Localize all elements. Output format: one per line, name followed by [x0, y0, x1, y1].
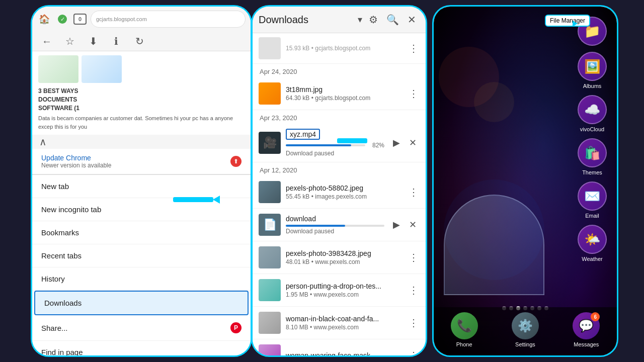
menu-item-history[interactable]: History [32, 267, 251, 291]
dl-info-3t18mm: 3t18mm.jpg 64.30 kB • gcjarts.blogspot.c… [286, 85, 403, 102]
dl-more-pexels58802[interactable]: ⋮ [408, 186, 420, 198]
browser-chrome: 🏠 ✓ 0 gcjarts.blogspot.com ← ☆ ⬇ ℹ ↻ [32, 7, 251, 51]
dl-more-3t18mm[interactable]: ⋮ [408, 87, 420, 100]
webpage-content: 3 BEST WAYS DOCUMENTS SOFTWARE (1 Data i… [32, 51, 251, 135]
dl-meta-person-drop: 1.95 MB • www.pexels.com [286, 291, 403, 298]
dl-progress-row-download [286, 225, 384, 227]
xyz-name-highlighted: xyz.mp4 [286, 129, 320, 140]
downloads-settings-icon[interactable]: ⚙ [365, 12, 381, 28]
launcher-icon-email[interactable]: ✉️ Email [578, 182, 607, 219]
update-badge: ⬆ [230, 156, 242, 167]
launcher-icon-vivocloud[interactable]: ☁️ vivoCloud [578, 95, 607, 132]
downloads-arrow-annotation [173, 196, 220, 204]
download-item-pexels3983428: pexels-photo-3983428.jpeg 48.01 kB • www… [253, 241, 426, 274]
dock-item-messages[interactable]: 💬 6 Messages [573, 312, 600, 347]
top-partial-meta: 15.93 kB • gcjarts.blogspot.com [286, 45, 403, 52]
themes-label: Themes [582, 169, 602, 175]
dock-item-settings[interactable]: ⚙️ Settings [512, 312, 539, 347]
weather-label: Weather [582, 256, 602, 262]
dl-play-btn-xyz[interactable]: ▶ [389, 136, 404, 150]
launcher-icon-albums[interactable]: 🖼️ Albums [578, 52, 607, 89]
collapse-icon[interactable]: ∧ [39, 136, 47, 148]
dl-more-woman-coat[interactable]: ⋮ [408, 317, 420, 329]
dl-more-person-drop[interactable]: ⋮ [408, 284, 420, 296]
info-icon[interactable]: ℹ [109, 34, 124, 49]
dl-actions-download: ▶ ✕ [389, 218, 420, 232]
menu-item-new-tab[interactable]: New tab [32, 175, 251, 198]
star-icon[interactable]: ☆ [62, 34, 77, 49]
dl-progress-pct-xyz: 82% [369, 142, 384, 149]
menu-item-find[interactable]: Find in page [32, 341, 251, 357]
dl-info-person-drop: person-putting-a-drop-on-tes... 1.95 MB … [286, 282, 403, 298]
dl-more-pexels3983428[interactable]: ⋮ [408, 251, 420, 263]
messages-icon-circle: 💬 6 [573, 312, 600, 339]
url-bar[interactable]: gcjarts.blogspot.com [91, 11, 246, 28]
download-item-woman-mask: woman-wearing-face-mask-... ⋮ [253, 339, 426, 357]
menu-item-share[interactable]: Share... P [32, 315, 251, 341]
launcher-right-icons: 📁 File Manager 🖼️ Albums ☁️ vivoCloud 🛍️ [578, 17, 607, 262]
dl-info-woman-mask: woman-wearing-face-mask-... [286, 351, 403, 357]
download-item-woman-coat: woman-in-black-coat-and-fa... 8.10 MB • … [253, 307, 426, 339]
top-partial-more[interactable]: ⋮ [408, 42, 420, 54]
security-indicator[interactable]: ✓ [55, 12, 69, 26]
launcher-background: 📁 File Manager 🖼️ Albums ☁️ vivoCloud 🛍️ [434, 7, 617, 355]
date-header-apr23: Apr 23, 2020 [253, 110, 426, 124]
dock-item-phone[interactable]: 📞 Phone [451, 312, 478, 347]
dl-thumb-pexels58802 [259, 181, 281, 203]
dl-progress-bg-xyz [286, 144, 365, 146]
themes-icon-circle: 🛍️ [578, 138, 607, 167]
downloads-panel-title: Downloads [259, 14, 355, 26]
back-icon[interactable]: ← [39, 34, 54, 49]
dl-name-person-drop: person-putting-a-drop-on-tes... [286, 282, 403, 290]
downloads-close-icon[interactable]: ✕ [404, 12, 420, 28]
history-label: History [41, 275, 65, 283]
dl-thumb-person-drop [259, 279, 281, 301]
dl-more-woman-mask[interactable]: ⋮ [408, 349, 420, 357]
dl-info-xyz: xyz.mp4 82% Download paused [286, 129, 384, 157]
home-icon[interactable]: 🏠 [37, 12, 51, 26]
download-item-person-drop: person-putting-a-drop-on-tes... 1.95 MB … [253, 274, 426, 307]
dl-progress-bg-download [286, 225, 384, 227]
refresh-icon[interactable]: ↻ [132, 34, 147, 49]
vivocloud-icon-circle: ☁️ [578, 95, 607, 124]
downloads-search-icon[interactable]: 🔍 [384, 12, 400, 28]
menu-item-bookmarks[interactable]: Bookmarks [32, 221, 251, 244]
dl-name-woman-mask: woman-wearing-face-mask-... [286, 351, 403, 357]
tab-count[interactable]: 0 [73, 14, 87, 25]
dl-progress-fill-xyz [286, 144, 351, 146]
email-label: Email [585, 213, 599, 219]
dl-info-pexels58802: pexels-photo-58802.jpeg 55.45 kB • image… [286, 184, 403, 200]
dl-meta-woman-coat: 8.10 MB • www.pexels.com [286, 324, 403, 331]
messages-badge: 6 [591, 312, 600, 321]
launcher-icon-themes[interactable]: 🛍️ Themes [578, 138, 607, 175]
downloads-label: Downloads [44, 299, 82, 307]
vivocloud-label: vivoCloud [580, 126, 604, 132]
dl-play-btn-download[interactable]: ▶ [389, 218, 404, 232]
dl-cancel-btn-xyz[interactable]: ✕ [406, 136, 420, 150]
file-manager-label-box: File Manager [545, 15, 590, 27]
downloads-dropdown-icon[interactable]: ▾ [358, 14, 362, 25]
menu-item-recent-tabs[interactable]: Recent tabs [32, 244, 251, 267]
bookmarks-label: Bookmarks [41, 228, 79, 237]
find-label: Find in page [41, 348, 83, 356]
top-partial-info: 15.93 kB • gcjarts.blogspot.com [286, 45, 403, 52]
download-item-pexels58802: pexels-photo-58802.jpeg 55.45 kB • image… [253, 176, 426, 209]
settings-icon-circle: ⚙️ [512, 312, 539, 339]
file-manager-arrow [573, 21, 578, 27]
browser-nav-bar: ← ☆ ⬇ ℹ ↻ [32, 32, 251, 51]
email-icon-circle: ✉️ [578, 182, 607, 211]
dl-name-pexels3983428: pexels-photo-3983428.jpeg [286, 249, 403, 257]
dl-cancel-btn-download[interactable]: ✕ [406, 218, 420, 232]
menu-item-downloads[interactable]: Downloads [34, 291, 249, 315]
webpage-body: Data is becam companies ar customer dat.… [38, 114, 245, 131]
collapse-bar: ∧ [32, 135, 251, 149]
dl-status-download: Download paused [286, 228, 384, 235]
update-banner: Update Chrome Newer version is available… [32, 149, 251, 174]
dl-meta-pexels58802: 55.45 kB • images.pexels.com [286, 193, 403, 200]
settings-dock-label: Settings [515, 341, 535, 347]
dl-thumb-woman-coat [259, 312, 281, 334]
phone-launcher: 📁 File Manager 🖼️ Albums ☁️ vivoCloud 🛍️ [432, 5, 618, 357]
browser-top-bar: 🏠 ✓ 0 gcjarts.blogspot.com [32, 7, 251, 32]
launcher-icon-weather[interactable]: 🌤️ Weather [578, 225, 607, 262]
download-status-icon[interactable]: ⬇ [86, 34, 101, 49]
